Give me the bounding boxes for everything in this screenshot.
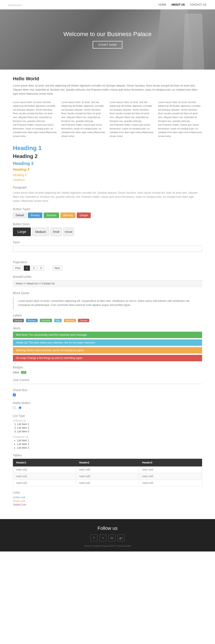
data-table: Header1 Header2 Header3 row1 col1 row1 c…: [13, 459, 202, 486]
inbox-label: Inbox: [13, 371, 19, 374]
table-cell: row1 col3: [139, 466, 202, 473]
social-twitter[interactable]: t: [100, 534, 106, 542]
hello-world-section: Hello World Lorem ipsum dolor sit amet, …: [13, 76, 202, 96]
hero-cta-button[interactable]: Start Now: [93, 41, 122, 48]
btn-medium[interactable]: Medium: [32, 228, 49, 236]
label-success: Success: [40, 319, 52, 322]
nav-links: Home About Us Contact Us: [154, 3, 206, 6]
alerts-label: Alerts: [13, 326, 202, 330]
list-label: List Type: [13, 414, 202, 418]
table-header-3: Header3: [139, 459, 202, 466]
labels-section: Labels Default Primary Success Info Warn…: [13, 314, 202, 322]
logo-text: Business: [9, 4, 18, 6]
col3-text: Lorem ipsum dolor sit amet, test link ad…: [110, 100, 154, 138]
btn-success[interactable]: Success: [44, 212, 59, 218]
page-3[interactable]: 3: [38, 266, 44, 271]
intro-text: Lorem ipsum dolor sit amet, test link ad…: [13, 84, 202, 96]
social-googleplus[interactable]: g+: [118, 534, 124, 542]
social-icons: f t in g+: [9, 534, 206, 542]
paragraph-text: Lorem ipsum dolor sit amet adipiscing el…: [13, 191, 202, 203]
nav-contact[interactable]: Contact Us: [190, 3, 206, 6]
btn-primary[interactable]: Primary: [28, 212, 42, 218]
label-default: Default: [13, 319, 24, 322]
line-control-section: Line Control: [13, 378, 202, 384]
table-cell: row3 col2: [76, 480, 139, 486]
button-sizes-label: Button Sizes: [13, 222, 202, 226]
button-sizes-row: Large Medium Small XSmall: [13, 228, 202, 236]
checkbox-section: Check Box: [13, 388, 202, 397]
logo: BusinessPro: [9, 2, 22, 7]
input-label: Input: [13, 240, 202, 244]
footer-credit: Joomla Template Designed With TemplateTo…: [9, 545, 206, 547]
table-cell: row2 col2: [76, 473, 139, 480]
ordered-list-label: Ordered List: [13, 419, 202, 422]
heading-2: Heading 2: [13, 153, 202, 159]
alert-warning: Warning! Better check yourself, you're n…: [13, 347, 202, 354]
links-label: Links: [13, 491, 202, 494]
table-row: row3 col1 row3 col2 row3 col3: [13, 480, 202, 486]
list-item: List Item 1: [17, 423, 202, 426]
nav-home[interactable]: Home: [158, 3, 166, 6]
page-prev[interactable]: Prev: [13, 266, 23, 271]
paragraph-label: Paragraph: [13, 186, 202, 189]
main-content: Hello World Lorem ipsum dolor sit amet, …: [4, 70, 211, 519]
pagination-section: Pagination Prev 1 2 3 ... Next: [13, 260, 202, 271]
unordered-list-wrapper: Unordered List List Item 1 List Item 2 L…: [13, 436, 202, 449]
button-types-section: Button Types Default Primary Success War…: [13, 207, 202, 218]
list-section: List Type Ordered List List Item 1 List …: [13, 414, 202, 449]
inbox-badge-row: Inbox 10: [13, 371, 202, 374]
list-item: List Item 3: [17, 430, 202, 433]
visited-link[interactable]: Visited Link: [13, 503, 202, 506]
table-cell: row3 col3: [139, 480, 202, 486]
horizontal-rule: [13, 384, 202, 384]
page-dots: ...: [45, 266, 51, 270]
btn-default[interactable]: Default: [13, 212, 27, 218]
hero-section: Welcome to our Business Palace Start Now: [0, 10, 215, 70]
nav-about[interactable]: About Us: [171, 3, 185, 6]
list-item: List Item 1: [17, 439, 202, 442]
tables-label: Tables: [13, 454, 202, 457]
active-link[interactable]: Active Link: [13, 496, 202, 499]
alert-info: Heads up! This alert needs your attentio…: [13, 340, 202, 346]
alert-danger: Oh snap! Change a few things up and try …: [13, 355, 202, 361]
label-primary: Primary: [26, 319, 38, 322]
checkbox-label: Check Box: [13, 388, 202, 392]
btn-warning[interactable]: Warning: [60, 212, 76, 218]
button-types-label: Button Types: [13, 207, 202, 211]
checkbox-input[interactable]: [13, 394, 16, 396]
ordered-list: List Item 1 List Item 2 List Item 3: [13, 423, 202, 433]
pagination-bar: Prev 1 2 3 ... Next: [13, 266, 202, 271]
page-1[interactable]: 1: [24, 266, 30, 271]
logo-suffix: Pro: [18, 4, 22, 6]
radio-option1[interactable]: [13, 406, 16, 409]
blockquote-section: Block Quote Lorem ipsum dolor sit amet, …: [13, 291, 202, 309]
pagination-label: Pagination: [13, 260, 202, 264]
btn-small[interactable]: Small: [51, 228, 62, 236]
btn-xsmall[interactable]: XSmall: [63, 228, 74, 236]
heading-6: Heading 6: [13, 178, 202, 182]
table-row: row1 col1 row1 col2 row1 col3: [13, 466, 202, 473]
unordered-list: List Item 1 List Item 2 List Item 3: [13, 439, 202, 449]
label-danger: Danger: [78, 319, 89, 322]
line-control-label: Line Control: [13, 378, 202, 382]
hover-link[interactable]: Hover Link: [13, 500, 202, 502]
button-sizes-section: Button Sizes Large Medium Small XSmall: [13, 222, 202, 236]
table-cell: row1 col1: [13, 466, 76, 473]
col2-text: Lorem ipsum dolor sit amet, test link ad…: [61, 100, 105, 138]
radio-label: Radio Button: [13, 401, 202, 405]
label-warning: Warning: [64, 319, 76, 322]
col4-text: Lorem ipsum dolor sit amet, test link ad…: [158, 100, 202, 138]
btn-danger[interactable]: Danger: [77, 212, 91, 218]
table-header-row: Header1 Header2 Header3: [13, 459, 202, 466]
page-2[interactable]: 2: [31, 266, 37, 271]
page-next[interactable]: Next: [52, 266, 62, 271]
social-linkedin[interactable]: in: [109, 534, 115, 542]
radio-option2[interactable]: [19, 406, 22, 409]
input-section: Input: [13, 240, 202, 256]
list-item: List Item 3: [17, 446, 202, 449]
blockquote-label: Block Quote: [13, 291, 202, 295]
btn-large[interactable]: Large: [13, 228, 31, 236]
social-facebook[interactable]: f: [91, 534, 97, 542]
text-input[interactable]: [13, 246, 202, 252]
hero-title: Welcome to our Business Palace: [63, 31, 152, 38]
